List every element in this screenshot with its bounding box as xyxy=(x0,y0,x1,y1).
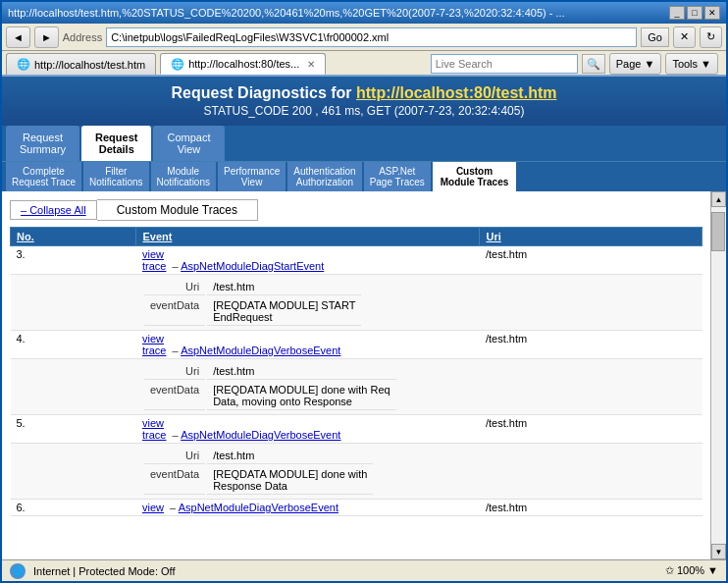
detail-row: Uri /test.htm xyxy=(144,363,396,380)
subtab-performance-view[interactable]: Performance View xyxy=(218,162,286,191)
row4-no: 4. xyxy=(11,331,136,359)
subtab-complete-request-trace[interactable]: Complete Request Trace xyxy=(6,162,81,191)
section-title: Custom Module Traces xyxy=(97,199,258,221)
row5-no: 5. xyxy=(11,415,136,444)
page-content: Request Diagnostics for http://localhost… xyxy=(2,77,726,559)
row5-detail-spacer xyxy=(11,444,136,500)
tab-request-details[interactable]: Request Details xyxy=(81,126,151,161)
vertical-scrollbar[interactable]: ▲ ▼ xyxy=(710,191,726,559)
scroll-track xyxy=(711,207,726,544)
page-menu-button[interactable]: Page ▼ xyxy=(609,53,662,75)
scroll-thumb[interactable] xyxy=(711,212,725,251)
row3-dash: – xyxy=(173,260,179,272)
back-button[interactable]: ◄ xyxy=(6,26,30,48)
detail-label-uri4: Uri xyxy=(144,363,205,380)
minimize-button[interactable]: _ xyxy=(669,6,685,20)
subtab-module-notifications[interactable]: Module Notifications xyxy=(151,162,216,191)
detail-row: Uri /test.htm xyxy=(144,279,361,295)
page-header: Request Diagnostics for http://localhost… xyxy=(2,77,726,126)
detail-row: eventData [REQDATA MODULE] done withResp… xyxy=(144,466,373,495)
title-bar-buttons: _ □ ✕ xyxy=(669,6,720,20)
detail-value-uri: /test.htm xyxy=(207,279,361,295)
col-uri: Uri xyxy=(480,228,702,246)
status-right: ✩ 100% ▼ xyxy=(665,564,718,577)
browser-tab-1[interactable]: 🌐 http://localhost/test.htm xyxy=(6,53,156,75)
row4-dash: – xyxy=(173,344,179,356)
subtab-asp-net-page-traces[interactable]: ASP.Net Page Traces xyxy=(364,162,431,191)
row6-dash: – xyxy=(170,502,176,513)
row4-uri: /test.htm xyxy=(480,331,702,359)
row5-uri: /test.htm xyxy=(480,415,702,444)
subtab-filter-notifications[interactable]: Filter Notifications xyxy=(83,162,148,191)
forward-button[interactable]: ► xyxy=(34,26,59,48)
trace-table: No. Event Uri 3. viewtrace xyxy=(10,227,702,516)
nav-bar: ◄ ► Address Go ✕ ↻ xyxy=(2,24,726,51)
page-header-link[interactable]: http://localhost:80/test.htm xyxy=(356,84,556,101)
search-input[interactable] xyxy=(431,54,578,74)
detail-value-eventdata4: [REQDATA MODULE] done with ReqData, movi… xyxy=(207,382,396,410)
stop-button[interactable]: ✕ xyxy=(673,26,696,48)
maximize-button[interactable]: □ xyxy=(687,6,702,20)
subtab-custom-module-traces[interactable]: Custom Module Traces xyxy=(433,162,516,191)
collapse-all-button[interactable]: – Collapse All xyxy=(10,200,97,220)
row3-event-link[interactable]: AspNetModuleDiagStartEvent xyxy=(181,260,324,272)
detail-value-eventdata: [REQDATA MODULE] STARTEndRequest xyxy=(207,297,361,326)
col-no-link[interactable]: No. xyxy=(17,231,34,242)
row5-event-link[interactable]: AspNetModuleDiagVerboseEvent xyxy=(181,429,340,441)
row5-event-cell: viewtrace – AspNetModuleDiagVerboseEvent xyxy=(136,415,480,444)
row6-view-link[interactable]: view xyxy=(142,502,164,513)
close-button[interactable]: ✕ xyxy=(704,6,720,20)
detail-value-uri5: /test.htm xyxy=(207,448,373,464)
detail-value-eventdata5: [REQDATA MODULE] done withResponse Data xyxy=(207,466,373,495)
col-no: No. xyxy=(11,228,136,246)
row3-detail-spacer xyxy=(11,275,136,331)
table-row: 5. viewtrace – AspNetModuleDiagVerboseEv… xyxy=(11,415,702,444)
main-tabs: Request Summary Request Details Compact … xyxy=(2,126,726,161)
detail-value-uri4: /test.htm xyxy=(207,363,396,380)
scroll-down-button[interactable]: ▼ xyxy=(711,544,726,559)
address-label: Address xyxy=(63,31,102,43)
title-bar: http://localhost/test.htm,%20STATUS_CODE… xyxy=(2,2,726,24)
tab-request-summary[interactable]: Request Summary xyxy=(6,126,79,161)
section-header: – Collapse All Custom Module Traces xyxy=(10,199,702,221)
row3-event-cell: viewtrace – AspNetModuleDiagStartEvent xyxy=(136,246,480,275)
col-event-link[interactable]: Event xyxy=(142,231,172,242)
row4-detail-spacer xyxy=(11,359,136,415)
go-button[interactable]: Go xyxy=(641,27,669,47)
detail-label-uri: Uri xyxy=(144,279,205,295)
subtab-authentication-authorization[interactable]: Authentication Authorization xyxy=(287,162,361,191)
row3-view-link[interactable]: viewtrace xyxy=(142,248,166,272)
col-uri-link[interactable]: Uri xyxy=(486,231,500,242)
sub-tabs: Complete Request Trace Filter Notificati… xyxy=(2,161,726,191)
title-bar-text: http://localhost/test.htm,%20STATUS_CODE… xyxy=(8,7,565,19)
tools-menu-button[interactable]: Tools ▼ xyxy=(665,53,718,75)
detail-row: eventData [REQDATA MODULE] STARTEndReque… xyxy=(144,297,361,326)
zoom-level[interactable]: ✩ 100% ▼ xyxy=(665,564,718,577)
table-row-detail: Uri /test.htm eventData [REQDATA MODULE]… xyxy=(11,359,702,415)
browser-tab-2[interactable]: 🌐 http://localhost:80/tes... ✕ xyxy=(160,53,326,75)
row4-detail-table: Uri /test.htm eventData [REQDATA MODULE]… xyxy=(142,361,398,412)
tab-close-icon[interactable]: ✕ xyxy=(307,59,315,70)
row3-detail-content: Uri /test.htm eventData [REQDATA MODULE]… xyxy=(136,275,702,331)
row5-detail-table: Uri /test.htm eventData [REQDATA MODULE]… xyxy=(142,446,375,497)
row4-view-link[interactable]: viewtrace xyxy=(142,333,166,356)
row6-event-cell: view – AspNetModuleDiagVerboseEvent xyxy=(136,500,480,516)
status-text: Internet | Protected Mode: Off xyxy=(33,565,657,577)
address-input[interactable] xyxy=(106,27,637,47)
detail-row: Uri /test.htm xyxy=(144,448,373,464)
row5-dash: – xyxy=(173,429,179,441)
row6-event-link[interactable]: AspNetModuleDiagVerboseEvent xyxy=(179,502,338,513)
row4-event-link[interactable]: AspNetModuleDiagVerboseEvent xyxy=(181,344,340,356)
col-event: Event xyxy=(136,228,480,246)
search-button[interactable]: 🔍 xyxy=(582,54,605,74)
tab1-label: http://localhost/test.htm xyxy=(34,59,145,71)
detail-label-eventdata5: eventData xyxy=(144,466,205,495)
scroll-up-button[interactable]: ▲ xyxy=(711,191,726,207)
tab-compact-view[interactable]: Compact View xyxy=(153,126,224,161)
row5-view-link[interactable]: viewtrace xyxy=(142,417,166,441)
refresh-button[interactable]: ↻ xyxy=(700,26,722,48)
row6-no: 6. xyxy=(11,500,136,516)
status-icon: 🌐 xyxy=(10,563,26,579)
status-bar: 🌐 Internet | Protected Mode: Off ✩ 100% … xyxy=(2,559,726,581)
row3-no: 3. xyxy=(11,246,136,275)
